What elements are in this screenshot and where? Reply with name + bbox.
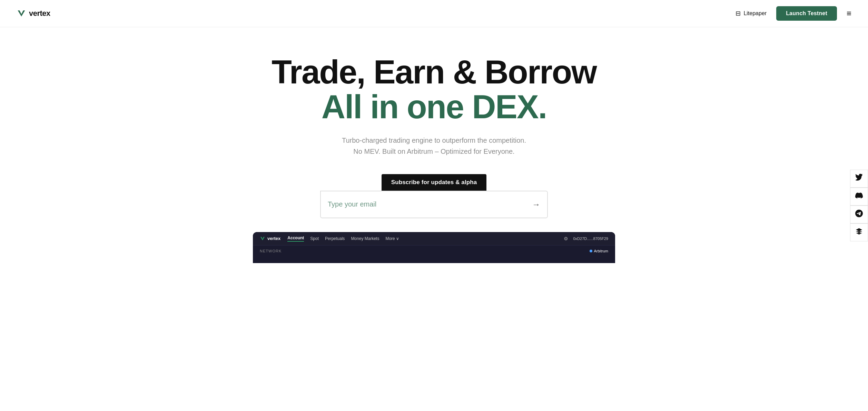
twitter-icon [855,174,863,183]
subscribe-container: Subscribe for updates & alpha → [320,174,548,218]
social-sidebar [850,170,868,241]
discord-icon [855,192,863,201]
hero-section: Trade, Earn & Borrow All in one DEX. Tur… [0,27,868,284]
discord-button[interactable] [850,188,868,206]
docs-icon [855,228,863,237]
app-preview: vertex Account Spot Perpetuals Money Mar… [253,232,615,263]
app-nav-spot[interactable]: Spot [310,236,319,241]
app-nav-more[interactable]: More ∨ [385,236,399,241]
hero-title-line2: All in one DEX. [322,90,547,124]
app-nav-account[interactable]: Account [287,235,304,242]
logo-text: vertex [29,9,50,18]
hero-subtitle-line1: Turbo-charged trading engine to outperfo… [342,137,526,144]
network-label: NETWORK [260,249,282,253]
telegram-button[interactable] [850,206,868,223]
litepaper-label: Litepaper [743,10,767,17]
litepaper-link[interactable]: ⊟ Litepaper [736,10,767,17]
hamburger-menu-button[interactable]: ≡ [847,9,851,18]
settings-icon[interactable]: ⚙ [564,236,568,241]
telegram-icon [855,210,863,219]
app-logo-text: vertex [267,236,280,241]
app-preview-logo: vertex [260,236,280,241]
app-nav-money-markets[interactable]: Money Markets [351,236,379,241]
hero-title-line1: Trade, Earn & Borrow [272,55,596,90]
app-vertex-logo-icon [260,236,265,241]
nav-right: ⊟ Litepaper Launch Testnet ≡ [736,6,851,21]
document-icon: ⊟ [736,10,741,17]
logo-link[interactable]: vertex [17,9,50,18]
email-input[interactable] [328,200,532,208]
app-preview-nav: Account Spot Perpetuals Money Markets Mo… [287,235,399,242]
app-nav-perpetuals[interactable]: Perpetuals [325,236,345,241]
gitbook-button[interactable] [850,223,868,241]
app-preview-right: ⚙ 0xD27D......8705F29 [564,236,608,241]
hero-subtitle-line2: No MEV. Built on Arbitrum – Optimized fo… [353,148,514,155]
vertex-logo-icon [17,9,26,18]
launch-testnet-button[interactable]: Launch Testnet [776,6,837,21]
app-preview-bar: vertex Account Spot Perpetuals Money Mar… [253,232,615,245]
subscribe-submit-button[interactable]: → [532,200,540,209]
network-value: Arbitrum [590,249,608,253]
twitter-button[interactable] [850,170,868,188]
hero-subtitle: Turbo-charged trading engine to outperfo… [342,135,526,157]
app-preview-network: NETWORK Arbitrum [253,245,615,257]
network-status-dot [590,250,592,252]
subscribe-input-row: → [320,191,548,218]
subscribe-tab: Subscribe for updates & alpha [382,174,487,191]
wallet-address: 0xD27D......8705F29 [573,237,608,241]
network-name: Arbitrum [594,249,608,253]
navbar: vertex ⊟ Litepaper Launch Testnet ≡ [0,0,868,27]
